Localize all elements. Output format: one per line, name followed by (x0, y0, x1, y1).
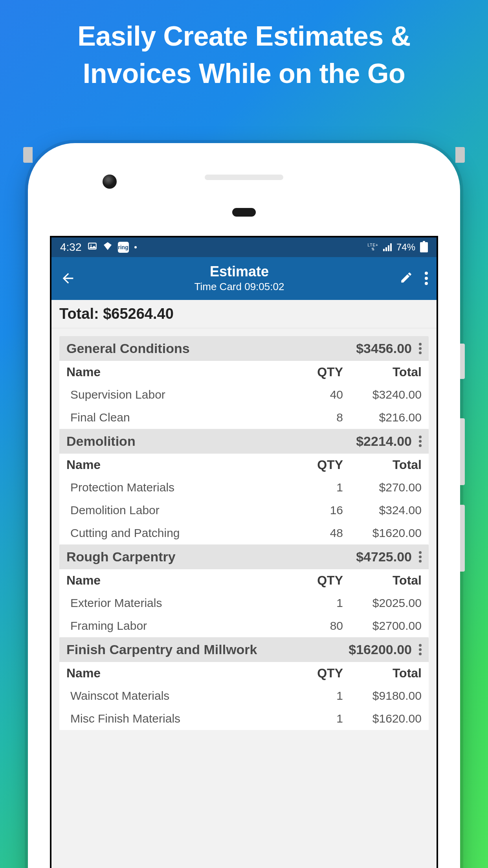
phone-frame: 4:32 ring LTE+⇅ 74% E (28, 143, 460, 868)
phone-sensor (232, 208, 256, 217)
battery-icon (420, 242, 428, 252)
section-total: $4725.00 (356, 549, 412, 565)
grand-total: Total: $65264.40 (51, 300, 437, 328)
line-item-qty: 1 (304, 481, 343, 494)
edit-button[interactable] (400, 271, 413, 286)
section-title: Demolition (66, 434, 356, 449)
section-total: $2214.00 (356, 434, 412, 449)
section-title: Rough Carpentry (66, 549, 356, 565)
phone-side-button (460, 344, 465, 379)
section-title: Finish Carpentry and Millwork (66, 642, 349, 657)
line-item-qty: 80 (304, 619, 343, 633)
col-name-header: Name (66, 458, 300, 472)
phone-side-button (460, 505, 465, 572)
col-name-header: Name (66, 573, 300, 588)
phone-speaker (205, 175, 283, 180)
line-item-name: Demolition Labor (70, 504, 304, 517)
line-item-name: Wainscot Materials (70, 689, 304, 702)
line-item-qty: 8 (304, 411, 343, 424)
marketing-headline: Easily Create Estimates & Invoices While… (0, 0, 488, 92)
network-type: LTE+⇅ (368, 243, 378, 251)
line-item-qty: 1 (304, 712, 343, 725)
estimate-section: Finish Carpentry and Millwork$16200.00Na… (59, 637, 429, 730)
col-total-header: Total (343, 458, 422, 472)
line-item[interactable]: Misc Finish Materials1$1620.00 (59, 707, 429, 730)
section-total: $16200.00 (349, 642, 412, 657)
line-item-qty: 16 (304, 504, 343, 517)
line-item[interactable]: Exterior Materials1$2025.00 (59, 592, 429, 614)
line-item[interactable]: Supervision Labor40$3240.00 (59, 383, 429, 406)
section-header[interactable]: Demolition$2214.00 (59, 429, 429, 454)
line-item[interactable]: Demolition Labor16$324.00 (59, 499, 429, 522)
line-item-qty: 40 (304, 388, 343, 401)
col-qty-header: QTY (300, 573, 343, 588)
section-header[interactable]: Rough Carpentry$4725.00 (59, 544, 429, 569)
battery-percent: 74% (396, 242, 415, 253)
line-item[interactable]: Cutting and Patching48$1620.00 (59, 522, 429, 544)
line-item-name: Misc Finish Materials (70, 712, 304, 725)
section-total: $3456.00 (356, 341, 412, 356)
status-dot-icon (134, 246, 137, 248)
ring-icon: ring (118, 242, 129, 253)
estimate-section: General Conditions$3456.00NameQTYTotalSu… (59, 336, 429, 429)
line-item-name: Framing Labor (70, 619, 304, 633)
line-item-total: $1620.00 (343, 712, 422, 725)
picture-icon (87, 241, 97, 254)
col-name-header: Name (66, 365, 300, 379)
section-more-button[interactable] (419, 343, 422, 354)
line-item-name: Exterior Materials (70, 596, 304, 610)
app-notif-icon (103, 241, 112, 254)
col-qty-header: QTY (300, 666, 343, 680)
section-more-button[interactable] (419, 436, 422, 447)
estimate-section: Rough Carpentry$4725.00NameQTYTotalExter… (59, 544, 429, 637)
column-headers: NameQTYTotal (59, 662, 429, 684)
line-item-total: $9180.00 (343, 689, 422, 702)
column-headers: NameQTYTotal (59, 361, 429, 383)
line-item-total: $3240.00 (343, 388, 422, 401)
line-item[interactable]: Framing Labor80$2700.00 (59, 614, 429, 637)
line-item[interactable]: Final Clean8$216.00 (59, 406, 429, 429)
col-total-header: Total (343, 365, 422, 379)
line-item-total: $216.00 (343, 411, 422, 424)
section-more-button[interactable] (419, 551, 422, 563)
col-qty-header: QTY (300, 365, 343, 379)
line-item-total: $324.00 (343, 504, 422, 517)
col-total-header: Total (343, 573, 422, 588)
line-item-total: $2700.00 (343, 619, 422, 633)
phone-notch (23, 147, 33, 163)
line-item-total: $2025.00 (343, 596, 422, 610)
line-item-name: Cutting and Patching (70, 526, 304, 540)
line-item-name: Supervision Labor (70, 388, 304, 401)
phone-side-button (460, 418, 465, 485)
status-time: 4:32 (60, 241, 82, 254)
section-header[interactable]: General Conditions$3456.00 (59, 336, 429, 361)
col-qty-header: QTY (300, 458, 343, 472)
line-item-qty: 1 (304, 596, 343, 610)
status-bar: 4:32 ring LTE+⇅ 74% (51, 237, 437, 257)
line-item[interactable]: Protection Materials1$270.00 (59, 476, 429, 499)
phone-screen: 4:32 ring LTE+⇅ 74% E (50, 236, 438, 868)
more-button[interactable] (425, 272, 428, 285)
line-item-total: $1620.00 (343, 526, 422, 540)
page-title: Estimate (87, 263, 392, 280)
signal-icon (383, 243, 392, 251)
line-item-total: $270.00 (343, 481, 422, 494)
line-item[interactable]: Wainscot Materials1$9180.00 (59, 684, 429, 707)
app-bar: Estimate Time Card 09:05:02 (51, 257, 437, 300)
col-total-header: Total (343, 666, 422, 680)
column-headers: NameQTYTotal (59, 454, 429, 476)
back-button[interactable] (60, 270, 79, 286)
estimate-section: Demolition$2214.00NameQTYTotalProtection… (59, 429, 429, 544)
section-header[interactable]: Finish Carpentry and Millwork$16200.00 (59, 637, 429, 662)
phone-camera (103, 175, 117, 189)
line-item-qty: 48 (304, 526, 343, 540)
line-item-name: Protection Materials (70, 481, 304, 494)
svg-point-1 (90, 245, 92, 246)
section-title: General Conditions (66, 341, 356, 356)
page-subtitle: Time Card 09:05:02 (87, 281, 392, 293)
section-more-button[interactable] (419, 644, 422, 655)
col-name-header: Name (66, 666, 300, 680)
estimate-content: General Conditions$3456.00NameQTYTotalSu… (51, 328, 437, 730)
line-item-name: Final Clean (70, 411, 304, 424)
column-headers: NameQTYTotal (59, 569, 429, 592)
